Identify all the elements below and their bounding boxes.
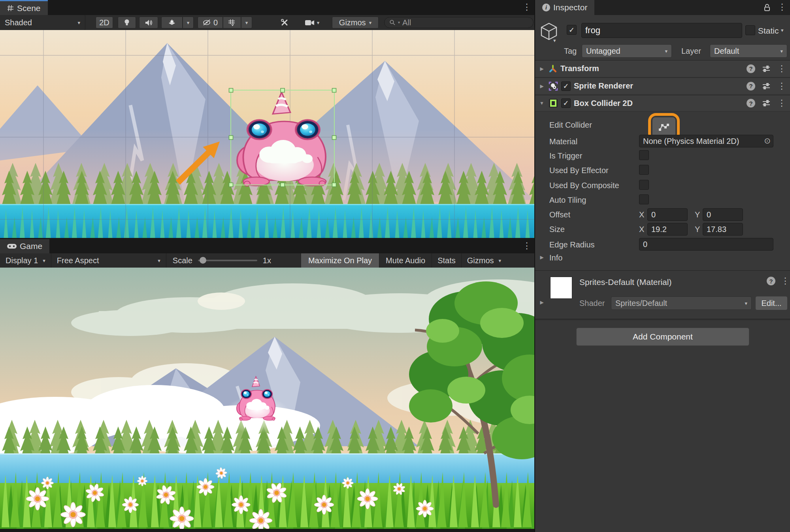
shader-edit-button[interactable]: Edit... [756,296,787,310]
tools-icon [281,19,288,26]
material-help-icon[interactable]: ? [767,277,775,285]
scene-panel: Scene ⋮ Shaded ▾ 2D [0,0,534,239]
scene-camera-button[interactable]: ▾ [298,17,326,28]
search-text: All [402,18,411,27]
scene-search-input[interactable]: ▾ All [384,17,534,28]
material-foldout[interactable]: ▶ [538,300,545,305]
sprite-renderer-checkbox[interactable]: ✓ [561,81,571,91]
sprite-renderer-help-icon[interactable]: ? [747,82,755,91]
scene-effects-dropdown[interactable]: ▾ [183,17,194,28]
tab-scene-label: Scene [17,4,41,13]
sprite-renderer-presets-icon[interactable] [762,83,770,90]
scene-menu-kebab[interactable]: ⋮ [522,3,531,11]
display-dropdown[interactable]: Display 1▾ [0,253,51,268]
game-gizmos-dropdown[interactable]: Gizmos▾ [462,253,507,268]
offset-x-axis: X [639,210,644,219]
tag-label: Tag [564,47,577,56]
edit-collider-label: Edit Collider [549,121,592,130]
speaker-icon [145,19,153,26]
offset-y-field[interactable]: 0 [703,208,743,221]
layer-label: Layer [681,47,701,56]
search-icon [389,19,396,26]
mute-audio-button[interactable]: Mute Audio [379,253,432,268]
scene-tabbar: Scene ⋮ [0,0,534,15]
edge-radius-field[interactable]: 0 [639,238,773,251]
camera-icon [305,20,315,26]
transform-kebab[interactable]: ⋮ [777,64,786,73]
scene-viewport[interactable] [0,30,534,238]
sprite-renderer-kebab[interactable]: ⋮ [777,82,786,91]
stats-button[interactable]: Stats [432,253,461,268]
scene-effects-button[interactable] [161,17,183,28]
aspect-dropdown[interactable]: Free Aspect▾ [51,253,166,268]
box-collider-kebab[interactable]: ⋮ [777,99,786,108]
scene-grid-dropdown[interactable]: ▾ [241,17,252,28]
scene-toolbar: Shaded ▾ 2D ▾ [0,15,534,30]
box-collider-header[interactable]: ▼ ✓ Box Collider 2D ? ⋮ [535,95,790,111]
scene-tools-button[interactable] [275,17,294,28]
lock-icon[interactable] [764,4,771,11]
box-collider-help-icon[interactable]: ? [747,99,755,108]
static-dropdown[interactable]: ▾ [781,28,784,33]
box-collider-foldout[interactable]: ▼ [538,100,545,106]
sprite-renderer-title: Sprite Renderer [574,81,633,91]
gameobject-name-field[interactable]: frog [581,23,742,38]
box-collider-presets-icon[interactable] [762,100,770,107]
scene-visibility-button[interactable]: 0 [198,17,223,28]
game-menu-kebab[interactable]: ⋮ [522,241,531,250]
transform-icon [549,64,557,73]
material-swatch[interactable] [550,277,572,299]
tab-inspector[interactable]: i Inspector [535,0,594,15]
offset-x-field[interactable]: 0 [647,208,688,221]
used-by-composite-label: Used By Composite [549,181,619,190]
transform-header[interactable]: ▶ Transform ? ⋮ [535,60,790,77]
scene-gizmos-dropdown[interactable]: Gizmos ▾ [332,17,379,28]
is-trigger-checkbox[interactable] [639,150,649,160]
sprite-renderer-header[interactable]: ▶ ✓ Sprite Renderer ? ⋮ [535,77,790,94]
material-kebab[interactable]: ⋮ [781,277,790,285]
material-field[interactable]: None (Physics Material 2D) ⊙ [639,135,773,147]
size-y-field[interactable]: 17.83 [703,223,743,236]
scene-grid-button[interactable] [223,17,241,28]
layer-dropdown[interactable]: Default ▾ [710,44,787,58]
gameobject-cube-dropdown[interactable]: ▾ [553,38,556,43]
2d-toggle-button[interactable]: 2D [96,17,113,28]
info-foldout[interactable]: ▶ [538,255,545,260]
offset-y-axis: Y [695,210,700,219]
box-collider-icon [549,98,558,108]
static-checkbox[interactable] [745,25,755,35]
collider-box[interactable] [229,89,336,187]
transform-title: Transform [560,64,599,73]
scale-slider[interactable] [198,260,257,261]
tag-dropdown[interactable]: Untagged ▾ [582,44,672,58]
box-collider-checkbox[interactable]: ✓ [561,98,571,108]
inspector-panel: i Inspector ⋮ ▾ ✓ frog Static ▾ Tag Unta… [535,0,790,532]
sprite-renderer-foldout[interactable]: ▶ [538,83,545,89]
scene-grid-icon [7,5,14,11]
size-x-field[interactable]: 19.2 [647,223,688,236]
transform-presets-icon[interactable] [762,65,770,72]
effects-icon [168,19,176,26]
inspector-menu-kebab[interactable]: ⋮ [778,3,786,11]
gamepad-icon [7,243,17,249]
transform-foldout[interactable]: ▶ [538,66,545,72]
shading-mode-dropdown[interactable]: Shaded ▾ [0,15,85,30]
scale-slider-knob[interactable] [200,257,206,264]
scene-audio-button[interactable] [139,17,158,28]
gameobject-active-checkbox[interactable]: ✓ [567,25,577,35]
lightbulb-icon [124,19,130,26]
shader-dropdown[interactable]: Sprites/Default ▾ [611,296,752,310]
scene-lighting-button[interactable] [118,17,136,28]
add-component-button[interactable]: Add Component [576,328,749,346]
used-by-effector-checkbox[interactable] [639,165,649,175]
tab-game[interactable]: Game [0,239,49,253]
maximize-on-play-button[interactable]: Maximize On Play [301,253,379,268]
edit-collider-icon [659,123,669,132]
material-picker-icon[interactable]: ⊙ [764,136,771,145]
material-title: Sprites-Default (Material) [579,277,671,287]
auto-tiling-checkbox[interactable] [639,194,649,204]
game-tabbar: Game ⋮ [0,239,534,253]
used-by-composite-checkbox[interactable] [639,180,649,190]
tab-scene[interactable]: Scene [0,0,48,15]
transform-help-icon[interactable]: ? [747,64,755,73]
